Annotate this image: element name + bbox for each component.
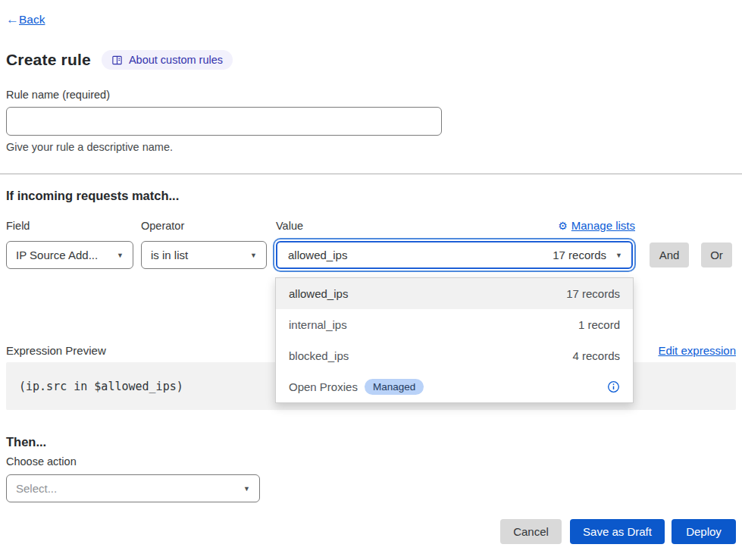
create-rule-page: ←Back Create rule About custom rules Rul… bbox=[0, 0, 742, 560]
section-divider bbox=[0, 174, 742, 174]
value-select[interactable]: allowed_ips 17 records ▼ bbox=[276, 241, 633, 269]
list-item-blocked-ips[interactable]: blocked_ips 4 records bbox=[276, 340, 633, 371]
match-section-title: If incoming requests match... bbox=[6, 189, 179, 203]
rule-name-input[interactable] bbox=[6, 107, 442, 136]
back-link[interactable]: ←Back bbox=[6, 12, 45, 27]
list-item-name: blocked_ips bbox=[289, 349, 349, 362]
about-custom-rules-link[interactable]: About custom rules bbox=[102, 50, 233, 70]
or-button[interactable]: Or bbox=[701, 242, 732, 267]
field-label: Field bbox=[6, 220, 30, 232]
arrow-left-icon: ← bbox=[6, 12, 19, 27]
value-label: Value bbox=[276, 220, 303, 232]
field-select-value: IP Source Add... bbox=[16, 249, 98, 261]
list-item-record-count: 4 records bbox=[572, 349, 620, 362]
edit-expression-link[interactable]: Edit expression bbox=[658, 344, 736, 357]
operator-select[interactable]: is in list ▼ bbox=[141, 241, 267, 269]
expression-code: (ip.src in $allowed_ips) bbox=[19, 380, 183, 393]
chevron-down-icon: ▼ bbox=[250, 252, 257, 259]
value-select-value: allowed_ips bbox=[288, 249, 347, 261]
list-item-record-count: 17 records bbox=[566, 287, 620, 300]
info-icon[interactable] bbox=[607, 380, 620, 393]
list-item-internal-ips[interactable]: internal_ips 1 record bbox=[276, 309, 633, 340]
chevron-down-icon: ▼ bbox=[243, 485, 250, 493]
expression-preview-label: Expression Preview bbox=[6, 344, 106, 357]
field-select[interactable]: IP Source Add... ▼ bbox=[6, 241, 133, 269]
operator-select-value: is in list bbox=[151, 249, 188, 261]
chevron-down-icon: ▼ bbox=[615, 252, 622, 259]
list-item-name: internal_ips bbox=[289, 318, 347, 331]
title-row: Create rule About custom rules bbox=[6, 50, 233, 70]
then-section-title: Then... bbox=[6, 435, 46, 449]
about-pill-label: About custom rules bbox=[129, 54, 223, 66]
back-link-label: Back bbox=[19, 13, 45, 27]
rule-name-label: Rule name (required) bbox=[6, 89, 110, 101]
managed-badge: Managed bbox=[365, 379, 424, 395]
save-as-draft-button[interactable]: Save as Draft bbox=[570, 519, 665, 544]
list-item-name: allowed_ips bbox=[289, 287, 348, 300]
operator-label: Operator bbox=[141, 220, 184, 232]
list-item-allowed-ips[interactable]: allowed_ips 17 records bbox=[276, 278, 633, 309]
action-select-placeholder: Select... bbox=[16, 482, 57, 495]
cancel-button[interactable]: Cancel bbox=[500, 519, 562, 544]
chevron-down-icon: ▼ bbox=[117, 252, 124, 259]
action-select[interactable]: Select... ▼ bbox=[6, 474, 260, 502]
gear-icon: ⚙ bbox=[558, 221, 568, 231]
manage-lists-link[interactable]: ⚙ Manage lists bbox=[558, 219, 635, 232]
rule-name-helper: Give your rule a descriptive name. bbox=[6, 141, 173, 153]
list-item-record-count: 1 record bbox=[578, 318, 620, 331]
page-title: Create rule bbox=[6, 51, 91, 69]
and-button[interactable]: And bbox=[650, 242, 689, 267]
manage-lists-label: Manage lists bbox=[571, 219, 635, 232]
list-item-open-proxies[interactable]: Open Proxies Managed bbox=[276, 371, 633, 402]
deploy-button[interactable]: Deploy bbox=[672, 519, 736, 544]
list-dropdown-panel: allowed_ips 17 records internal_ips 1 re… bbox=[275, 277, 634, 403]
book-icon bbox=[111, 55, 123, 66]
choose-action-label: Choose action bbox=[6, 455, 77, 468]
list-item-name: Open Proxies bbox=[289, 380, 358, 393]
value-select-record-count: 17 records bbox=[553, 249, 606, 261]
